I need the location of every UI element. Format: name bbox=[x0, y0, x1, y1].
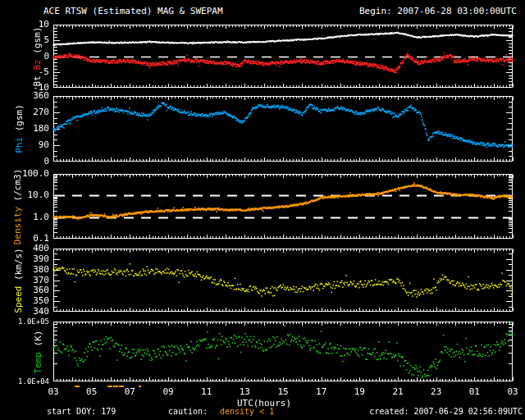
caution-label: caution: bbox=[168, 407, 208, 416]
panel-phi-frame bbox=[53, 96, 513, 162]
panel-mag-frame bbox=[53, 25, 513, 88]
x-tick-label-03-12: 03 bbox=[507, 386, 518, 397]
panel-temp-frame bbox=[53, 322, 513, 381]
y-axis-label-part-speed-1: (km/s) bbox=[13, 248, 24, 285]
y-tick-label-temp-1.0E+05: 1.0E+05 bbox=[18, 317, 49, 326]
y-tick-label-phi-0: 0 bbox=[43, 157, 49, 167]
y-tick-label-speed-340: 340 bbox=[33, 307, 49, 317]
x-tick-label-11-4: 11 bbox=[201, 386, 212, 397]
y-tick-label-speed-360: 360 bbox=[33, 285, 49, 295]
y-axis-label-part-density-0: Density bbox=[12, 207, 23, 244]
y-axis-label-part-temp-0: Temp bbox=[33, 352, 43, 374]
y-tick-label-phi-360: 360 bbox=[33, 91, 49, 101]
y-tick-label-mag-5: 5 bbox=[43, 35, 49, 45]
x-tick-label-13-5: 13 bbox=[240, 386, 250, 397]
panel-density-frame bbox=[53, 174, 513, 239]
y-tick-label-phi-270: 270 bbox=[33, 107, 49, 117]
x-tick-label-09-3: 09 bbox=[162, 386, 173, 397]
y-axis-label-part-temp-1: (K) bbox=[33, 330, 43, 352]
y-axis-label-part-mag-2: (gsm) bbox=[32, 26, 43, 59]
page-title: ACE RTSW (Estimated) MAG & SWEPAM bbox=[43, 6, 223, 16]
y-axis-label-part-mag-1: Bz bbox=[32, 59, 43, 70]
y-tick-label-speed-390: 390 bbox=[33, 254, 49, 264]
x-tick-label-03-0: 03 bbox=[48, 386, 58, 397]
y-axis-label-part-phi-1: (gsm) bbox=[14, 104, 25, 137]
y-axis-label-part-speed-0: Speed bbox=[13, 285, 24, 313]
y-tick-label-phi-90: 90 bbox=[39, 140, 49, 150]
x-tick-label-05-1: 05 bbox=[86, 386, 97, 397]
x-tick-label-21-9: 21 bbox=[392, 386, 403, 397]
y-axis-label-part-density-1: (/cm3) bbox=[12, 168, 23, 206]
x-tick-label-15-6: 15 bbox=[277, 386, 288, 397]
x-tick-label-01-11: 01 bbox=[469, 386, 480, 397]
y-tick-label-speed-350: 350 bbox=[33, 296, 49, 306]
x-tick-label-19-8: 19 bbox=[354, 386, 365, 397]
begin-timestamp: Begin: 2007-06-28 03:00:00UTC bbox=[359, 6, 517, 16]
x-tick-label-07-2: 07 bbox=[125, 386, 135, 397]
y-axis-label-text-phi: Phi (gsm) bbox=[14, 104, 25, 153]
y-tick-label-density-100.0: 100.0 bbox=[22, 169, 49, 179]
y-tick-label-mag-0: 0 bbox=[43, 52, 49, 62]
y-tick-label-speed-380: 380 bbox=[33, 265, 49, 275]
panel-speed-frame bbox=[53, 249, 513, 312]
start-doy-label: start DOY: 179 bbox=[47, 407, 116, 416]
y-axis-label-text-speed: Speed (km/s) bbox=[13, 248, 24, 313]
x-tick-label-23-10: 23 bbox=[431, 386, 441, 397]
y-axis-label-text-temp: Temp (K) bbox=[33, 330, 43, 373]
y-axis-label-part-phi-0: Phi bbox=[14, 137, 25, 153]
y-tick-label-density-10.0: 10.0 bbox=[28, 190, 50, 200]
y-tick-label-phi-180: 180 bbox=[33, 124, 49, 134]
y-tick-label-speed-400: 400 bbox=[33, 244, 49, 253]
y-axis-label-text-mag: Bt Bz (gsm) bbox=[32, 26, 43, 86]
ace-rtsw-plot: ACE RTSW (Estimated) MAG & SWEPAM Begin:… bbox=[0, 0, 525, 420]
y-axis-label-part-mag-0: Bt bbox=[32, 70, 43, 86]
y-tick-label-temp-1.0E+04: 1.0E+04 bbox=[18, 377, 49, 386]
caution-value: density < 1 bbox=[220, 407, 274, 416]
y-tick-label-density-1.0: 1.0 bbox=[33, 212, 49, 222]
x-tick-label-17-7: 17 bbox=[316, 386, 326, 397]
created-timestamp: created: 2007-06-29 02:56:09UTC bbox=[369, 407, 523, 416]
y-axis-label-text-density: Density (/cm3) bbox=[12, 168, 23, 244]
